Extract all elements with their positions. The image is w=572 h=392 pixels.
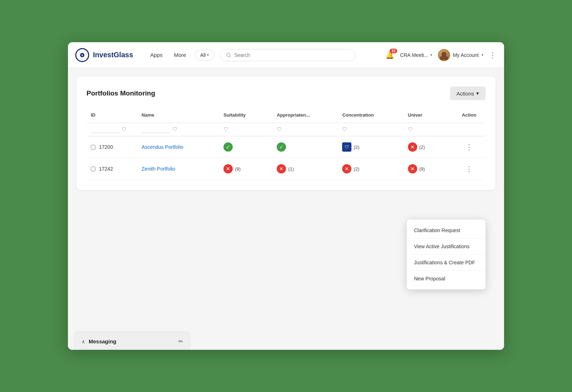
filter-dropdown[interactable]: All ▾: [195, 50, 214, 60]
col-header-suitability: Suitability: [219, 109, 272, 123]
row2-suitability-error-icon: ✕: [223, 164, 233, 173]
messaging-edit-icon[interactable]: ✏: [178, 338, 183, 345]
more-options-icon[interactable]: ⋮: [489, 51, 497, 59]
col-header-concentration: Concentration: [338, 109, 403, 123]
dropdown-item-create-pdf[interactable]: Justifications & Create PDF: [407, 255, 485, 270]
portfolios-table: ID Name Suitability Appropriaten... Conc…: [87, 109, 485, 180]
messaging-bar[interactable]: ∧ Messaging ✏: [75, 333, 189, 350]
row1-appropriateness: ✓: [277, 142, 334, 152]
row1-suitability-ok-icon: ✓: [223, 142, 233, 152]
dropdown-item-clarification[interactable]: Clarification Request: [407, 222, 485, 238]
notification-bell[interactable]: 🔔 10: [385, 51, 394, 59]
action-dropdown-menu: Clarification Request View Active Justif…: [407, 220, 485, 289]
actions-button[interactable]: Actions ▾: [450, 87, 485, 100]
row2-checkbox[interactable]: [91, 167, 95, 171]
col-header-appropriateness: Appropriaten...: [272, 109, 338, 123]
col-header-id: ID: [87, 109, 137, 123]
nav-right: 🔔 10 CRA Meeti... ▾ My Account ▾ ⋮: [385, 49, 497, 61]
avatar: [438, 49, 450, 61]
suitability-filter-icon: ⛉: [223, 127, 228, 132]
search-icon: [226, 52, 231, 58]
messaging-left: ∧ Messaging: [82, 338, 117, 344]
filter-chevron-icon: ▾: [207, 53, 209, 57]
row2-universe: ✕ (9): [408, 164, 448, 173]
row1-concentration-count: (2): [354, 144, 359, 150]
appropriateness-filter-icon: ⛉: [277, 127, 282, 132]
filter-row: ⛉ ⛉ ⛉ ⛉ ⛉ ⛉: [87, 123, 485, 136]
svg-line-4: [230, 56, 231, 57]
row2-universe-count: (9): [419, 166, 425, 172]
row1-appropriateness-ok-icon: ✓: [277, 142, 286, 152]
portfolios-card: Portfolios Monitoring Actions ▾ ID Name …: [77, 77, 495, 190]
row2-universe-error-icon: ✕: [408, 164, 417, 173]
row2-action-button[interactable]: ⋮: [463, 164, 476, 174]
messaging-chevron-icon: ∧: [82, 339, 85, 344]
col-header-name: Name: [137, 109, 219, 123]
page-title: Portfolios Monitoring: [87, 89, 155, 97]
id-filter-wrap[interactable]: ⛉: [91, 126, 133, 133]
table-header-row: ID Name Suitability Appropriaten... Conc…: [87, 109, 485, 123]
workspace-selector[interactable]: CRA Meeti... ▾: [400, 52, 432, 58]
id-filter-icon: ⛉: [122, 127, 127, 132]
workspace-chevron-icon: ▾: [430, 53, 432, 57]
row2-id: 17242: [99, 166, 113, 172]
svg-point-2: [82, 54, 83, 56]
concentration-filter-icon: ⛉: [342, 127, 347, 132]
id-filter-input[interactable]: [91, 126, 119, 133]
account-selector[interactable]: My Account ▾: [438, 49, 483, 61]
investglass-logo-icon: [75, 48, 89, 62]
row2-appropriateness: ✕ (1): [277, 164, 334, 173]
nav-more[interactable]: More: [171, 50, 189, 59]
search-box[interactable]: [220, 49, 356, 61]
name-filter-icon: ⛉: [172, 127, 177, 132]
dropdown-item-view-justifications[interactable]: View Active Justifications: [407, 239, 485, 254]
row1-concentration: 🛡 (2): [342, 142, 399, 152]
row2-concentration-count: (2): [354, 166, 359, 172]
row2-suitability: ✕ (9): [223, 164, 268, 173]
navbar: InvestGlass Apps More All ▾ 🔔 10 CRA Mee…: [68, 42, 504, 68]
row1-suitability: ✓: [223, 142, 268, 152]
row1-universe-count: (2): [419, 144, 425, 150]
table-container: ID Name Suitability Appropriaten... Conc…: [87, 109, 485, 180]
row1-action-button[interactable]: ⋮: [463, 142, 476, 152]
main-content: Portfolios Monitoring Actions ▾ ID Name …: [68, 68, 504, 330]
col-header-action: Action: [453, 109, 485, 123]
table-row: 17200 Ascendus Portfolio ✓: [87, 136, 485, 158]
messaging-title: Messaging: [89, 338, 117, 344]
card-header: Portfolios Monitoring Actions ▾: [87, 87, 485, 100]
notification-badge: 10: [390, 49, 397, 53]
app-name: InvestGlass: [93, 51, 133, 59]
workspace-label: CRA Meeti...: [400, 52, 428, 58]
row1-universe-error-icon: ✕: [408, 142, 417, 152]
actions-chevron-icon: ▾: [476, 90, 479, 97]
universe-filter-icon: ⛉: [408, 127, 413, 132]
row2-concentration: ✕ (2): [342, 164, 399, 173]
row2-portfolio-name[interactable]: Zenith Portfolio: [142, 166, 175, 172]
account-label: My Account: [453, 52, 479, 58]
row1-checkbox[interactable]: [91, 145, 95, 150]
col-header-universe: Univer: [404, 109, 453, 123]
table-row: 17242 Zenith Portfolio ✕ (9): [87, 158, 485, 180]
row2-appropriateness-count: (1): [288, 166, 294, 172]
row1-id: 17200: [99, 144, 113, 150]
search-input[interactable]: [234, 52, 350, 58]
row1-portfolio-name[interactable]: Ascendus Portfolio: [142, 144, 183, 150]
row2-concentration-error-icon: ✕: [342, 164, 351, 173]
dropdown-item-new-proposal[interactable]: New Proposal: [407, 271, 485, 286]
row1-universe: ✕ (2): [408, 142, 448, 152]
account-chevron-icon: ▾: [482, 53, 483, 57]
logo-area[interactable]: InvestGlass: [75, 48, 133, 62]
row2-appropriateness-error-icon: ✕: [277, 164, 286, 173]
name-filter-input[interactable]: [142, 126, 170, 133]
row2-suitability-count: (9): [235, 166, 241, 172]
row1-concentration-shield-icon: 🛡: [342, 142, 351, 152]
name-filter-wrap[interactable]: ⛉: [142, 126, 215, 133]
nav-apps[interactable]: Apps: [147, 50, 165, 59]
